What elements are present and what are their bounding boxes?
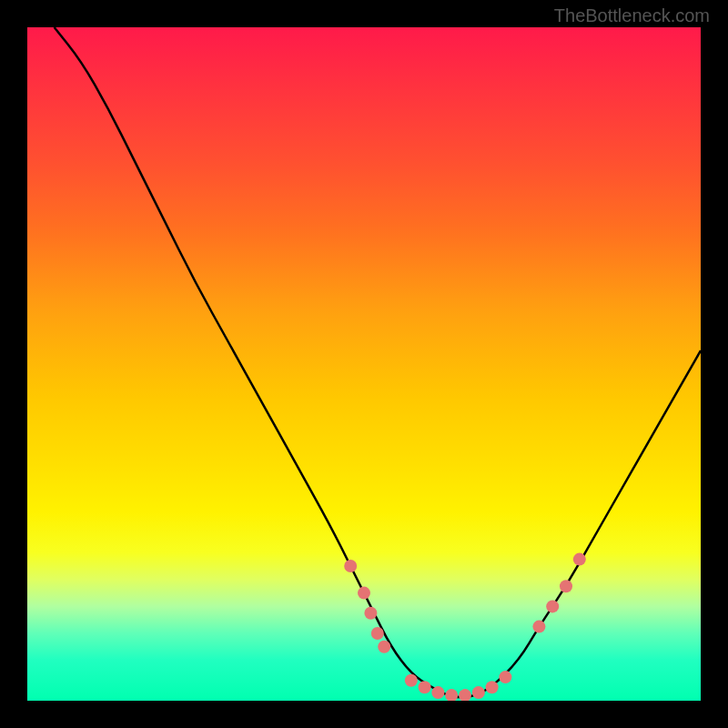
data-point-marker [364,607,377,620]
watermark-text: TheBottleneck.com [554,5,710,26]
chart-svg [27,27,701,701]
data-point-marker [459,689,471,701]
data-point-marker [532,621,545,633]
data-point-marker [546,600,559,612]
data-point-marker [560,580,572,592]
data-point-marker [431,686,444,699]
data-point-marker [371,627,384,640]
data-point-marker [472,686,485,699]
data-point-marker [419,681,431,693]
data-point-marker [344,560,357,572]
data-point-marker [358,587,370,600]
data-point-marker [573,553,586,566]
data-point-marker [405,674,418,687]
bottleneck-curve [55,27,701,697]
data-point-marker [445,689,458,701]
data-point-marker [378,641,390,653]
data-point-marker [499,671,511,683]
data-point-marker [486,681,499,693]
chart-plot-area [27,27,701,701]
curve-layer [55,27,701,697]
